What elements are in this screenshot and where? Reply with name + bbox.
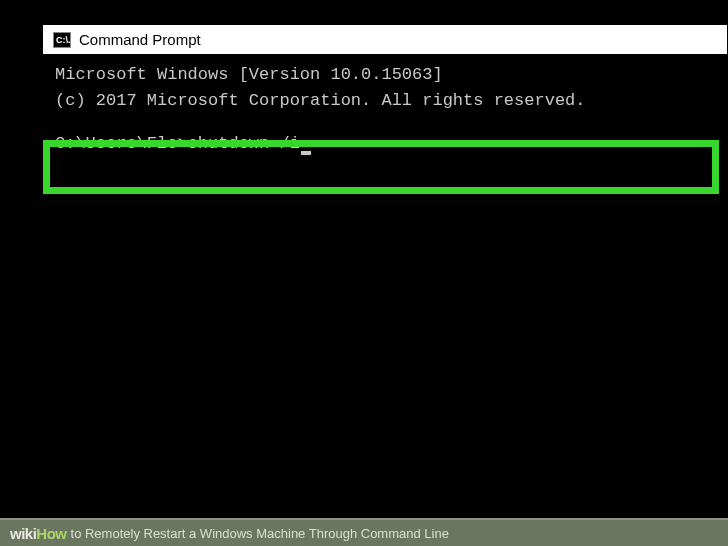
console-line-version: Microsoft Windows [Version 10.0.15063] — [55, 62, 715, 88]
prompt-path: C:\Users\Flo> — [55, 134, 188, 153]
titlebar[interactable]: C:\. Command Prompt — [43, 25, 727, 54]
console-area[interactable]: Microsoft Windows [Version 10.0.15063] (… — [43, 54, 727, 494]
cursor — [301, 151, 311, 155]
cmd-icon: C:\. — [53, 32, 71, 48]
caption-bar: wikiHow to Remotely Restart a Windows Ma… — [0, 518, 728, 546]
command-prompt-window: C:\. Command Prompt Microsoft Windows [V… — [42, 24, 728, 495]
console-line-copyright: (c) 2017 Microsoft Corporation. All righ… — [55, 88, 715, 114]
console-prompt-line: C:\Users\Flo>shutdown /i — [55, 131, 715, 157]
caption-text: to Remotely Restart a Windows Machine Th… — [71, 526, 449, 541]
typed-command: shutdown /i — [188, 134, 300, 153]
brand-how: How — [36, 525, 66, 542]
brand-wiki: wiki — [10, 525, 36, 542]
window-title: Command Prompt — [79, 31, 201, 48]
